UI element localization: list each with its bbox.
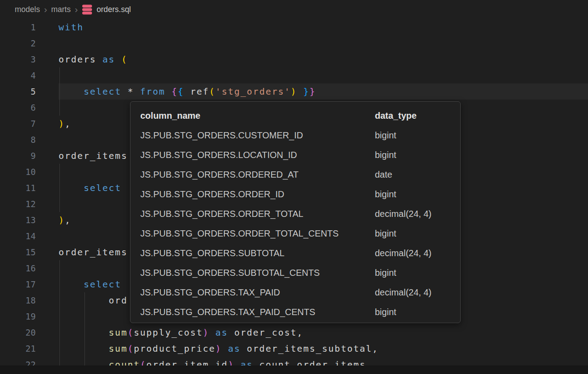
code-token — [59, 343, 109, 354]
line-number[interactable]: 13 — [0, 212, 36, 228]
line-number[interactable]: 1 — [0, 19, 36, 35]
line-number[interactable]: 5 — [0, 83, 36, 100]
line-number[interactable]: 18 — [0, 292, 36, 308]
line-number[interactable]: 4 — [0, 67, 36, 83]
code-token: as — [102, 54, 115, 65]
code-token: sum — [109, 343, 127, 354]
line-number[interactable]: 2 — [0, 35, 36, 51]
code-token — [297, 86, 303, 97]
code-content[interactable] — [59, 67, 588, 83]
code-token: order_cost, — [228, 327, 303, 338]
tooltip-row: JS.PUB.STG_ORDERS.TAX_PAIDdecimal(24, 4) — [130, 283, 460, 302]
code-token — [209, 327, 215, 338]
database-icon — [82, 4, 92, 15]
line-number[interactable]: 6 — [0, 100, 36, 116]
tooltip-header-column-name: column_name — [140, 111, 375, 121]
code-token: { — [172, 86, 178, 97]
code-token: , — [65, 215, 71, 225]
indent-guide — [59, 292, 60, 308]
code-token — [222, 343, 228, 354]
code-content[interactable]: with — [59, 19, 588, 35]
column-name-cell: JS.PUB.STG_ORDERS.ORDERED_AT — [140, 170, 375, 180]
code-line[interactable]: 21 sum(product_price) as order_items_sub… — [0, 341, 588, 357]
data-type-cell: decimal(24, 4) — [375, 248, 460, 258]
code-content[interactable]: sum(supply_cost) as order_cost, — [59, 324, 588, 341]
line-number[interactable]: 21 — [0, 341, 36, 357]
code-line[interactable]: 4 — [0, 67, 588, 83]
line-number[interactable]: 10 — [0, 164, 36, 180]
code-token: ) — [291, 86, 297, 97]
code-content[interactable]: sum(product_price) as order_items_subtot… — [59, 341, 588, 357]
code-token — [96, 54, 102, 65]
indent-guide — [59, 100, 60, 116]
data-type-cell: decimal(24, 4) — [375, 209, 460, 219]
breadcrumb-item-marts[interactable]: marts — [51, 5, 71, 14]
tooltip-row: JS.PUB.STG_ORDERS.ORDER_TOTAL_CENTSbigin… — [130, 224, 460, 243]
tooltip-row: JS.PUB.STG_ORDERS.LOCATION_IDbigint — [130, 145, 460, 165]
code-token — [134, 86, 140, 97]
line-number[interactable]: 3 — [0, 51, 36, 67]
breadcrumb-file-name[interactable]: orders.sql — [97, 5, 131, 14]
column-name-cell: JS.PUB.STG_ORDERS.ORDER_TOTAL — [140, 209, 375, 219]
line-number[interactable]: 7 — [0, 116, 36, 132]
data-type-cell: decimal(24, 4) — [375, 287, 460, 298]
code-token: as — [228, 343, 240, 354]
chevron-right-icon: › — [75, 4, 78, 14]
code-line[interactable]: 3orders as ( — [0, 51, 588, 67]
line-number[interactable]: 11 — [0, 180, 36, 196]
code-line[interactable]: 2 — [0, 35, 588, 51]
code-content[interactable]: orders as ( — [59, 51, 588, 67]
code-content[interactable] — [59, 35, 588, 51]
tooltip-row: JS.PUB.STG_ORDERS.ORDER_IDbigint — [130, 184, 460, 204]
code-token: select — [84, 86, 121, 97]
code-token — [115, 54, 121, 65]
indent-guide — [59, 67, 60, 83]
code-token: sum — [109, 327, 127, 338]
code-line[interactable]: 5 select * from {{ ref('stg_orders') }} — [0, 83, 588, 100]
code-content[interactable]: select * from {{ ref('stg_orders') }} — [59, 83, 588, 100]
line-number[interactable]: 20 — [0, 324, 36, 341]
code-token: ) — [203, 327, 209, 338]
code-token: order_items — [59, 150, 127, 161]
code-token — [59, 86, 84, 97]
line-number[interactable]: 19 — [0, 308, 36, 324]
column-name-cell: JS.PUB.STG_ORDERS.CUSTOMER_ID — [140, 130, 375, 141]
tooltip-row: JS.PUB.STG_ORDERS.SUBTOTAL_CENTSbigint — [130, 263, 460, 283]
line-number[interactable]: 14 — [0, 228, 36, 244]
code-token: order_items — [59, 247, 127, 258]
data-type-cell: date — [375, 170, 460, 180]
indent-guide — [84, 324, 85, 341]
tooltip-row: JS.PUB.STG_ORDERS.TAX_PAID_CENTSbigint — [130, 302, 460, 322]
column-name-cell: JS.PUB.STG_ORDERS.SUBTOTAL_CENTS — [140, 268, 375, 278]
code-token: , — [65, 118, 71, 129]
code-token — [59, 295, 109, 306]
data-type-cell: bigint — [375, 268, 460, 278]
code-token — [59, 279, 84, 290]
breadcrumb-item-models[interactable]: models — [15, 5, 40, 14]
column-name-cell: JS.PUB.STG_ORDERS.ORDER_ID — [140, 189, 375, 199]
indent-guide — [59, 164, 60, 180]
code-line[interactable]: 1with — [0, 19, 588, 35]
line-number[interactable]: 8 — [0, 132, 36, 148]
line-number[interactable]: 9 — [0, 148, 36, 164]
code-token: supply_cost — [134, 327, 203, 338]
code-token: with — [59, 22, 84, 33]
code-token: } — [303, 86, 310, 97]
column-name-cell: JS.PUB.STG_ORDERS.ORDER_TOTAL_CENTS — [140, 229, 375, 239]
code-line[interactable]: 20 sum(supply_cost) as order_cost, — [0, 324, 588, 341]
data-type-cell: bigint — [375, 150, 460, 160]
code-token: ( — [127, 343, 134, 354]
indent-guide — [84, 292, 85, 308]
code-token: ( — [121, 54, 127, 65]
code-token: ref — [190, 86, 209, 97]
tooltip-row: JS.PUB.STG_ORDERS.ORDER_TOTALdecimal(24,… — [130, 204, 460, 224]
tooltip-row: JS.PUB.STG_ORDERS.CUSTOMER_IDbigint — [130, 125, 460, 145]
indent-guide — [59, 260, 60, 276]
line-number[interactable]: 15 — [0, 244, 36, 260]
line-number[interactable]: 12 — [0, 196, 36, 212]
line-number[interactable]: 16 — [0, 260, 36, 276]
code-token: } — [310, 86, 316, 97]
code-token: ) — [215, 343, 222, 354]
line-number[interactable]: 17 — [0, 276, 36, 292]
column-name-cell: JS.PUB.STG_ORDERS.TAX_PAID — [140, 287, 375, 298]
